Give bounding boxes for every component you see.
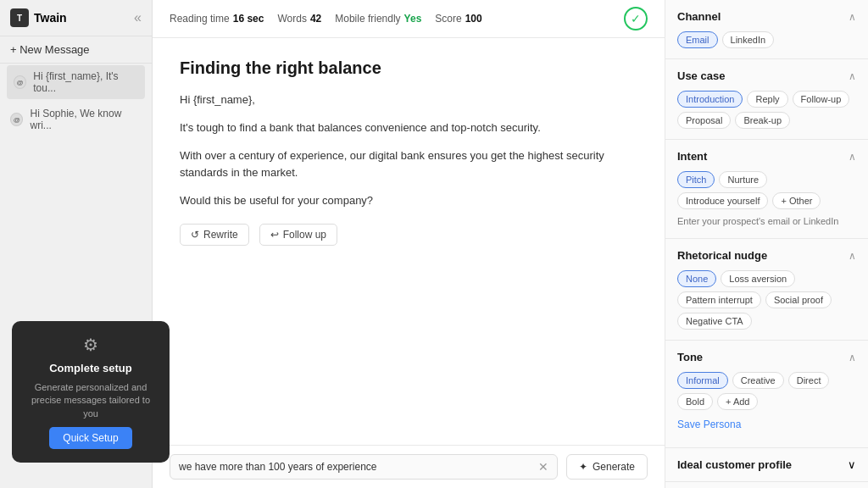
context-input[interactable] bbox=[179, 461, 538, 473]
reading-time-stat: Reading time 16 sec bbox=[170, 13, 264, 25]
nudge-tag-negative-cta[interactable]: Negative CTA bbox=[677, 313, 752, 330]
channel-header[interactable]: Channel ∧ bbox=[677, 10, 856, 23]
top-bar: Reading time 16 sec Words 42 Mobile frie… bbox=[153, 0, 665, 38]
ideal-customer-label: Ideal customer profile bbox=[677, 458, 792, 471]
follow-up-icon: ↩ bbox=[270, 229, 279, 241]
tone-chevron-icon: ∧ bbox=[849, 352, 856, 363]
sidebar-item-label-2: Hi Sophie, We know wri... bbox=[30, 108, 142, 131]
score-stat: Score 100 bbox=[435, 13, 481, 25]
rhetorical-nudge-title: Rhetorical nudge bbox=[677, 249, 767, 262]
nudge-tag-none[interactable]: None bbox=[677, 270, 716, 287]
setup-description: Generate personalized and precise messag… bbox=[25, 381, 156, 420]
avatar-1: @ bbox=[14, 75, 26, 89]
prospect-input[interactable] bbox=[677, 214, 856, 228]
sidebar-header: T Twain « bbox=[0, 0, 152, 36]
generate-button[interactable]: ✦ Generate bbox=[566, 454, 648, 480]
intent-section: Intent ∧ Pitch Nurture Introduce yoursel… bbox=[665, 140, 868, 239]
intent-title: Intent bbox=[677, 150, 707, 163]
collapse-icon[interactable]: « bbox=[134, 10, 142, 25]
channel-section: Channel ∧ Email LinkedIn bbox=[665, 0, 868, 59]
doc-paragraph-1: Hi {first_name}, bbox=[180, 92, 637, 109]
follow-up-button[interactable]: ↩ Follow up bbox=[259, 224, 337, 246]
use-case-chevron-icon: ∧ bbox=[849, 70, 856, 82]
intent-tag-introduce[interactable]: Introduce yourself bbox=[677, 192, 768, 209]
logo-icon: T bbox=[10, 8, 29, 27]
document-body: Hi {first_name}, It's tough to find a ba… bbox=[180, 92, 637, 210]
ideal-customer-row[interactable]: Ideal customer profile ∨ bbox=[665, 448, 868, 482]
rewrite-button[interactable]: ↺ Rewrite bbox=[180, 224, 249, 246]
intent-tags: Pitch Nurture Introduce yourself + Other bbox=[677, 171, 856, 209]
intent-tag-pitch[interactable]: Pitch bbox=[677, 171, 715, 188]
intent-tag-nurture[interactable]: Nurture bbox=[719, 171, 767, 188]
sidebar-logo: T Twain bbox=[10, 8, 67, 27]
setup-gear-icon: ⚙ bbox=[83, 335, 98, 355]
problem-row[interactable]: Problem ∨ bbox=[665, 482, 868, 488]
quick-setup-button[interactable]: Quick Setup bbox=[49, 427, 131, 449]
mobile-stat: Mobile friendly Yes bbox=[335, 13, 421, 25]
use-case-tag-reply[interactable]: Reply bbox=[747, 91, 787, 108]
tone-tag-add[interactable]: + Add bbox=[717, 393, 758, 410]
tone-tags: Informal Creative Direct Bold + Add bbox=[677, 372, 856, 410]
rhetorical-nudge-tags: None Loss aversion Pattern interrupt Soc… bbox=[677, 270, 856, 330]
doc-paragraph-2: It's tough to find a bank that balances … bbox=[180, 119, 637, 137]
doc-paragraph-4: Would this be useful for your company? bbox=[180, 192, 637, 210]
intent-chevron-icon: ∧ bbox=[849, 151, 856, 163]
tone-header[interactable]: Tone ∧ bbox=[677, 351, 856, 363]
words-label: Words bbox=[277, 13, 306, 25]
save-persona-link[interactable]: Save Persona bbox=[677, 419, 856, 430]
document-title: Finding the right balance bbox=[180, 58, 637, 78]
channel-title: Channel bbox=[677, 10, 721, 23]
use-case-tag-follow-up[interactable]: Follow-up bbox=[793, 91, 850, 108]
sidebar-item-message-2[interactable]: @ Hi Sophie, We know wri... bbox=[0, 101, 152, 138]
document-area: Finding the right balance Hi {first_name… bbox=[153, 38, 665, 445]
right-panel: Channel ∧ Email LinkedIn Use case ∧ Intr… bbox=[665, 0, 868, 488]
tone-tag-bold[interactable]: Bold bbox=[677, 393, 713, 410]
tone-tag-creative[interactable]: Creative bbox=[732, 372, 784, 389]
channel-tag-email[interactable]: Email bbox=[677, 31, 718, 48]
doc-paragraph-3: With over a century of experience, our d… bbox=[180, 147, 637, 183]
mobile-value: Yes bbox=[404, 13, 422, 25]
use-case-tag-introduction[interactable]: Introduction bbox=[677, 91, 743, 108]
words-stat: Words 42 bbox=[277, 13, 321, 25]
main-content: Reading time 16 sec Words 42 Mobile frie… bbox=[153, 0, 665, 488]
bottom-bar: ✕ ✦ Generate bbox=[153, 445, 665, 488]
use-case-tags: Introduction Reply Follow-up Proposal Br… bbox=[677, 91, 856, 129]
ideal-customer-chevron-icon: ∨ bbox=[848, 458, 856, 471]
check-icon: ✓ bbox=[624, 7, 648, 30]
setup-title: Complete setup bbox=[49, 362, 132, 374]
rhetorical-nudge-header[interactable]: Rhetorical nudge ∧ bbox=[677, 249, 856, 262]
rewrite-icon: ↺ bbox=[191, 229, 199, 241]
rhetorical-nudge-section: Rhetorical nudge ∧ None Loss aversion Pa… bbox=[665, 239, 868, 341]
app-name: Twain bbox=[34, 11, 67, 25]
tone-section: Tone ∧ Informal Creative Direct Bold + A… bbox=[665, 341, 868, 448]
sidebar-item-label-1: Hi {first_name}, It's tou... bbox=[33, 70, 138, 94]
sidebar-item-message-1[interactable]: @ Hi {first_name}, It's tou... bbox=[7, 65, 145, 99]
score-value: 100 bbox=[465, 13, 482, 25]
channel-tags: Email LinkedIn bbox=[677, 31, 856, 48]
new-message-label: + New Message bbox=[10, 43, 90, 56]
tone-tag-direct[interactable]: Direct bbox=[788, 372, 830, 389]
use-case-tag-proposal[interactable]: Proposal bbox=[677, 112, 731, 129]
intent-tag-other[interactable]: + Other bbox=[772, 192, 821, 209]
context-input-wrapper: ✕ bbox=[170, 454, 558, 480]
rhetorical-nudge-chevron-icon: ∧ bbox=[849, 250, 856, 262]
use-case-header[interactable]: Use case ∧ bbox=[677, 69, 856, 82]
generate-label: Generate bbox=[593, 461, 635, 473]
new-message-button[interactable]: + New Message bbox=[0, 36, 152, 64]
intent-header[interactable]: Intent ∧ bbox=[677, 150, 856, 163]
reading-time-value: 16 sec bbox=[233, 13, 264, 25]
nudge-tag-social-proof[interactable]: Social proof bbox=[765, 291, 832, 308]
mobile-label: Mobile friendly bbox=[335, 13, 400, 25]
tone-tag-informal[interactable]: Informal bbox=[677, 372, 728, 389]
rewrite-label: Rewrite bbox=[203, 229, 238, 241]
clear-input-icon[interactable]: ✕ bbox=[538, 460, 548, 474]
nudge-tag-loss-aversion[interactable]: Loss aversion bbox=[721, 270, 795, 287]
use-case-title: Use case bbox=[677, 69, 725, 82]
channel-chevron-icon: ∧ bbox=[849, 11, 856, 23]
follow-up-label: Follow up bbox=[283, 229, 326, 241]
generate-icon: ✦ bbox=[579, 461, 587, 473]
tone-title: Tone bbox=[677, 351, 703, 363]
nudge-tag-pattern-interrupt[interactable]: Pattern interrupt bbox=[677, 291, 761, 308]
channel-tag-linkedin[interactable]: LinkedIn bbox=[722, 31, 775, 48]
use-case-tag-break-up[interactable]: Break-up bbox=[735, 112, 790, 129]
